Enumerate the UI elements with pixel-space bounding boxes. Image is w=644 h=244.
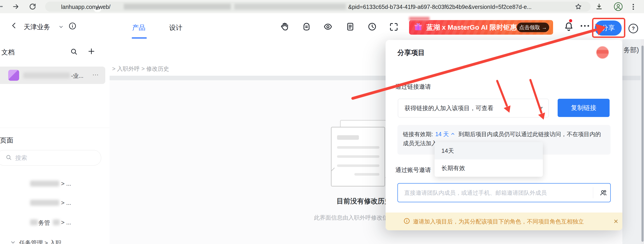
promo-title: 蓝湖 x MasterGo AI 限时钜惠 [426, 23, 517, 32]
help-icon[interactable]: ? [628, 24, 638, 33]
chevron-down-icon[interactable] [58, 24, 64, 31]
copy-link-button[interactable]: 复制链接 [558, 99, 610, 117]
screen: lanhuapp.com/web/ &pid=6133c65d-b734-41f… [0, 0, 644, 244]
behind-text: 务部) [624, 46, 639, 55]
tab-product[interactable]: 产品 [132, 23, 146, 32]
warning-bar: 邀请加入项目后，为其分配该项目下的角色，不同项目角色互相独立 ✕ [386, 212, 622, 230]
dialog-title: 分享项目 [398, 48, 425, 58]
caret-up-icon[interactable] [450, 132, 455, 137]
plus-icon[interactable] [87, 47, 96, 57]
project-name[interactable]: 天津业务 [24, 23, 50, 32]
member-picker-icon[interactable] [599, 189, 608, 198]
project-info-icon[interactable] [68, 22, 76, 31]
account-invite-label: 通过账号邀请 [396, 166, 431, 174]
download-icon[interactable] [595, 3, 603, 12]
menu-option-forever[interactable]: 长期有效 [434, 159, 543, 177]
pages-search-placeholder: 搜索 [15, 154, 27, 162]
tree-item-label: > ... [61, 219, 71, 226]
url-field[interactable]: lanhuapp.com/web/ &pid=6133c65d-b734-41f… [45, 2, 591, 12]
tree-item[interactable]: > ... [0, 180, 110, 190]
sidebar-pages-title: 页面 [0, 136, 13, 145]
history-clock-icon[interactable] [367, 22, 377, 32]
tree-item-fragment: 务管 [38, 219, 50, 227]
sidebar-divider [0, 128, 110, 128]
warning-text: 邀请加入项目后，为其分配该项目下的角色，不同项目角色互相独立 [413, 218, 584, 225]
empty-doc-front-sheet [331, 127, 385, 186]
url-blur-segment [124, 4, 231, 10]
scrollbar-thumb[interactable] [642, 46, 644, 242]
sidebar: 文档 -业... ... 页面 搜索 > ... > ... [0, 39, 110, 244]
validity-prefix: 链接有效期: [403, 130, 433, 138]
empty-state-title: 目前没有修改历史 [336, 196, 391, 206]
help-glyph: ? [632, 26, 635, 32]
url-text-prefix: lanhuapp.com/web/ [61, 4, 110, 10]
reload-icon[interactable] [29, 3, 36, 12]
caret-down-icon [10, 239, 16, 244]
tree-item[interactable]: 务管 > ... [0, 218, 110, 228]
comment-icon[interactable] [302, 22, 311, 32]
more-menu-icon[interactable] [580, 25, 590, 27]
tree-item-label: > ... [61, 199, 71, 206]
breadcrumb[interactable]: > 入职外呼 > 修改历史 [112, 65, 169, 73]
search-icon[interactable] [70, 48, 78, 57]
promo-banner[interactable]: 蓝湖 x MasterGo AI 限时钜惠 点击领取 → [409, 20, 553, 35]
input-divider [593, 187, 593, 198]
validity-value[interactable]: 14 天 [435, 130, 449, 138]
warning-close-icon[interactable]: ✕ [614, 218, 618, 225]
doc-item-selected[interactable]: -业... ... [0, 67, 105, 84]
fullscreen-icon[interactable] [389, 22, 399, 33]
url-text-tail: &pid=6133c65d-b734-41f9-a697-8c03f62b4b9… [348, 4, 532, 10]
bookmark-star-icon[interactable] [575, 3, 582, 11]
notification-dot [569, 19, 572, 22]
invite-placeholder: 直接邀请团队内成员，或通过手机、邮箱邀请团队外成员 [404, 189, 547, 196]
menu-option-14days[interactable]: 14天 [434, 142, 543, 159]
preview-eye-icon[interactable] [323, 22, 333, 32]
gift-icon [413, 22, 423, 33]
profile-icon[interactable] [614, 2, 623, 12]
doc-name-suffix: -业... [71, 72, 84, 80]
permission-value: 获得链接的人加入该项目，可查看 [404, 104, 493, 112]
avatar[interactable] [596, 46, 609, 59]
back-icon[interactable] [0, 6, 3, 7]
tree-item-label: > ... [61, 180, 71, 187]
validity-dropdown-menu: 14天 长期有效 [434, 142, 543, 177]
tree-item-label: 任务管理 > 入职 [19, 239, 62, 244]
doc-color-icon [8, 70, 19, 81]
menu-option-label: 长期有效 [442, 164, 465, 172]
doc-name-blur [23, 73, 70, 78]
behind-gray-block [622, 76, 640, 80]
url-blur-segment [234, 4, 346, 10]
menu-option-label: 14天 [442, 147, 454, 155]
pages-search-input[interactable]: 搜索 [0, 150, 101, 166]
invite-input[interactable]: 直接邀请团队内成员，或通过手机、邮箱邀请团队外成员 [398, 183, 611, 202]
forward-icon[interactable] [12, 3, 20, 12]
back-chevron-icon[interactable] [10, 22, 18, 31]
promo-cta-button[interactable]: 点击领取 → [517, 23, 549, 32]
app-toolbar: 天津业务 产品 设计 [0, 13, 644, 40]
share-dialog: 分享项目 通过链接邀请 获得链接的人加入该项目，可查看 复制链接 链接有效期: … [386, 40, 622, 230]
copy-link-label: 复制链接 [571, 104, 596, 112]
doc-item-more-icon[interactable]: ... [92, 70, 99, 77]
sidebar-search-icon [5, 154, 12, 162]
tab-product-underline [132, 37, 147, 39]
permission-select[interactable]: 获得链接的人加入该项目，可查看 [398, 99, 549, 117]
browser-menu-icon[interactable] [632, 3, 634, 11]
notification-bell-icon[interactable] [563, 21, 574, 33]
validity-rest: 到期后项目内成员仍可以通过此链接访问，不在项目内的 [458, 130, 601, 138]
tab-design[interactable]: 设计 [169, 23, 182, 32]
browser-address-bar: lanhuapp.com/web/ &pid=6133c65d-b734-41f… [0, 0, 644, 13]
tree-item-expanded[interactable]: 任务管理 > 入职 [10, 238, 108, 244]
red-blur-patch [409, 17, 430, 21]
warning-info-icon [403, 217, 410, 225]
folded-corner [331, 168, 352, 186]
hand-tool-icon[interactable] [280, 22, 290, 32]
document-list-icon[interactable] [346, 22, 355, 32]
sidebar-docs-title: 文档 [1, 48, 14, 57]
tree-item[interactable]: > ... [0, 199, 110, 209]
validity-line2: 成员无法加入 [403, 140, 437, 147]
promo-cta-label: 点击领取 → [519, 24, 547, 31]
